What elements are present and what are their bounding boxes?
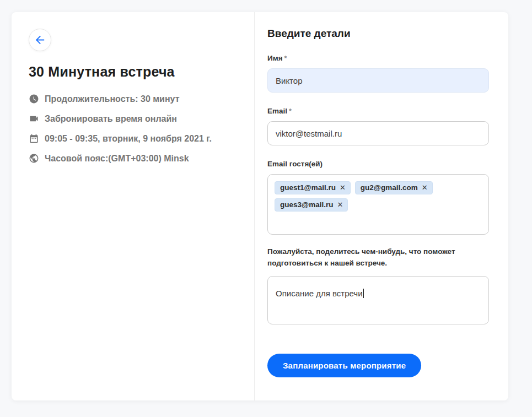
- duration-text: Продолжительность: 30 минут: [45, 94, 180, 104]
- globe-icon: [29, 153, 39, 164]
- required-mark: *: [284, 55, 287, 62]
- guest-email-chip: guest1@mail.ru ✕: [275, 181, 351, 194]
- required-mark: *: [289, 107, 292, 115]
- guest-emails-field[interactable]: guest1@mail.ru ✕ gu2@gmail.com ✕ gues3@m…: [267, 174, 489, 235]
- timezone-row: Часовой пояс:(GMT+03:00) Minsk: [29, 153, 238, 164]
- location-row: Забронировать время онлайн: [29, 113, 238, 124]
- chip-remove-icon[interactable]: ✕: [422, 184, 428, 191]
- videocam-icon: [29, 113, 39, 124]
- chip-remove-icon[interactable]: ✕: [340, 184, 346, 191]
- duration-row: Продолжительность: 30 минут: [29, 94, 238, 104]
- event-summary-pane: 30 Минутная встреча Продолжительность: 3…: [12, 12, 255, 400]
- calendar-icon: [29, 133, 39, 144]
- chip-text: gu2@gmail.com: [361, 183, 418, 192]
- guest-email-chip: gu2@gmail.com ✕: [355, 181, 433, 194]
- timezone-text: Часовой пояс:(GMT+03:00) Minsk: [45, 154, 189, 164]
- text-caret: [363, 289, 364, 298]
- event-title: 30 Минутная встреча: [29, 64, 238, 80]
- notes-textarea[interactable]: Описание для встречи: [267, 276, 489, 324]
- datetime-text: 09:05 - 09:35, вторник, 9 ноября 2021 г.: [45, 134, 212, 144]
- back-button[interactable]: [29, 29, 51, 51]
- chip-text: gues3@mail.ru: [280, 201, 333, 209]
- form-heading: Введите детали: [267, 28, 493, 40]
- notes-label: Пожалуйста, поделитесь чем-нибудь, что п…: [267, 246, 493, 269]
- email-input[interactable]: [267, 121, 489, 145]
- details-form-pane: Введите детали Имя* Email* Email гостя(е…: [255, 12, 508, 400]
- guest-emails-label: Email гостя(ей): [267, 160, 493, 168]
- booking-card: 30 Минутная встреча Продолжительность: 3…: [12, 12, 508, 400]
- notes-value: Описание для встречи: [276, 289, 363, 298]
- guest-email-chip: gues3@mail.ru ✕: [275, 198, 348, 212]
- arrow-left-icon: [34, 34, 46, 46]
- clock-icon: [29, 94, 39, 104]
- chip-remove-icon[interactable]: ✕: [337, 201, 343, 208]
- location-text: Забронировать время онлайн: [45, 114, 177, 124]
- name-input[interactable]: [267, 68, 489, 93]
- name-label: Имя*: [267, 54, 493, 62]
- chip-text: guest1@mail.ru: [280, 183, 336, 192]
- email-label: Email*: [267, 107, 493, 115]
- datetime-row: 09:05 - 09:35, вторник, 9 ноября 2021 г.: [29, 133, 238, 144]
- event-details: Продолжительность: 30 минут Забронироват…: [29, 94, 238, 164]
- schedule-event-button[interactable]: Запланировать мероприятие: [267, 354, 421, 377]
